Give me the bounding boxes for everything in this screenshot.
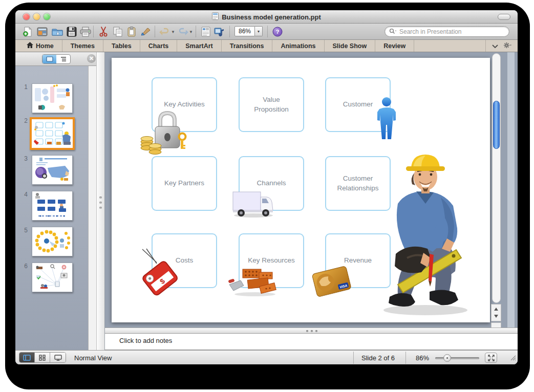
padlock-coins-key-clipart[interactable]	[140, 108, 187, 157]
tab-transitions[interactable]: Transitions	[222, 40, 273, 52]
tab-home[interactable]: Home	[15, 40, 62, 52]
slides-panel: 1 2 3 4	[15, 66, 88, 350]
media-browser-icon[interactable]	[213, 26, 225, 37]
delivery-truck-clipart[interactable]	[232, 190, 276, 221]
scroll-up-icon[interactable]	[494, 308, 498, 311]
notes-splitter[interactable]	[105, 328, 518, 334]
copy-icon[interactable]	[112, 26, 123, 37]
slide-canvas[interactable]: Key Activities Value Proposition Custome…	[112, 58, 490, 322]
status-bar: Normal View Slide 2 of 6 86%	[15, 350, 518, 364]
slide-1-thumbnail[interactable]	[32, 83, 73, 113]
search-input[interactable]	[399, 28, 505, 35]
slide-gallery-icon[interactable]	[36, 26, 48, 37]
toolbar-toggle-pill[interactable]	[498, 14, 510, 20]
undo-menu-caret[interactable]: ▼	[171, 30, 175, 34]
open-icon[interactable]	[51, 26, 63, 37]
zoom-percent-label: 86%	[416, 354, 429, 362]
gear-icon[interactable]	[503, 41, 511, 51]
price-tag-clipart[interactable]: $	[136, 248, 183, 299]
statusbar-separator	[405, 352, 406, 364]
slide-thumbnail-row: 6	[17, 263, 73, 292]
tab-smartart[interactable]: SmartArt	[177, 40, 222, 52]
tab-review[interactable]: Review	[375, 40, 414, 52]
svg-text:?: ?	[275, 29, 279, 35]
tab-themes[interactable]: Themes	[62, 40, 103, 52]
slide-thumbnail-row: 3	[17, 155, 73, 185]
window-title: Business model generation.ppt	[222, 13, 321, 21]
formatting-palette-icon[interactable]	[200, 26, 211, 37]
new-document-icon[interactable]	[22, 26, 33, 37]
close-sidebar-icon[interactable]: ✕	[87, 54, 96, 63]
box-label: Value Proposition	[240, 95, 303, 114]
slide-number: 3	[17, 155, 28, 185]
bricks-trowel-clipart[interactable]	[228, 265, 279, 299]
search-field[interactable]	[385, 26, 509, 37]
vertical-scrollbar-track[interactable]	[492, 53, 501, 303]
scroll-arrow-buttons	[491, 304, 501, 321]
scroll-down-icon[interactable]	[494, 315, 498, 318]
slide-4-thumbnail[interactable]	[32, 191, 73, 221]
collapse-ribbon-icon[interactable]	[492, 41, 498, 51]
box-key-partners[interactable]: Key Partners	[152, 156, 217, 211]
splitter-grip-dots	[306, 330, 317, 332]
cut-icon[interactable]	[97, 26, 109, 37]
zoom-combo-value[interactable]: 86%	[234, 26, 255, 36]
box-label: Customer	[338, 100, 378, 109]
view-mode-label: Normal View	[74, 354, 112, 362]
zoom-slider[interactable]	[435, 357, 479, 359]
slide-sorter-view-button[interactable]	[35, 353, 50, 362]
ribbon-tab-bar: Home Themes Tables Charts SmartArt Trans…	[15, 40, 518, 52]
window-resize-grip[interactable]	[509, 354, 516, 363]
statusbar-separator	[353, 352, 354, 364]
slides-view-toggle[interactable]	[42, 55, 56, 63]
slide-5-thumbnail[interactable]	[32, 227, 73, 256]
tab-slideshow[interactable]: Slide Show	[325, 40, 376, 52]
slide-2-thumbnail-selected[interactable]	[30, 117, 75, 150]
slide-counter: Slide 2 of 6	[361, 354, 395, 362]
paste-icon[interactable]	[125, 26, 137, 37]
sidebar-scrollbar-track[interactable]	[88, 66, 96, 350]
slideshow-view-button[interactable]	[50, 353, 66, 362]
normal-view-button[interactable]	[19, 353, 35, 362]
standard-toolbar: ▼ ▼ 86% ▼ ?	[15, 24, 518, 40]
tab-tables[interactable]: Tables	[103, 40, 140, 52]
tabbar-controls	[485, 40, 518, 52]
search-icon	[389, 27, 397, 36]
redo-menu-caret[interactable]: ▼	[189, 30, 193, 34]
slide-number: 2	[17, 117, 28, 150]
credit-card-clipart[interactable]: VISA	[312, 264, 353, 302]
tab-label: Themes	[71, 42, 95, 50]
slide-3-thumbnail[interactable]	[32, 155, 73, 185]
slide-6-thumbnail[interactable]	[32, 263, 73, 292]
vertical-scrollbar-thumb[interactable]	[493, 101, 500, 149]
slide-thumbnail-row: 2	[17, 117, 75, 150]
outline-view-toggle[interactable]	[56, 55, 70, 63]
box-value-proposition[interactable]: Value Proposition	[239, 77, 304, 132]
format-painter-icon[interactable]	[140, 26, 152, 37]
redo-icon[interactable]	[177, 26, 188, 37]
box-label: Key Partners	[159, 179, 209, 188]
zoom-combo-dropdown[interactable]: ▼	[255, 26, 263, 36]
tab-label: Review	[383, 42, 405, 50]
fit-slide-to-window-button[interactable]	[485, 353, 497, 363]
save-icon[interactable]	[66, 26, 77, 37]
construction-worker-clipart[interactable]	[380, 153, 468, 319]
help-icon[interactable]: ?	[271, 26, 283, 37]
toolbar-separator	[93, 26, 94, 37]
notes-placeholder: Click to add notes	[119, 337, 172, 344]
customer-figure-clipart[interactable]	[374, 97, 399, 143]
toolbar-separator	[229, 26, 230, 37]
print-icon[interactable]	[79, 26, 91, 37]
zoom-slider-thumb[interactable]	[443, 354, 451, 362]
notes-pane[interactable]: Click to add notes	[105, 334, 518, 350]
view-toggle-segmented	[42, 54, 71, 64]
tab-label: SmartArt	[185, 42, 213, 50]
undo-icon[interactable]	[159, 26, 170, 37]
slide-thumbnail-row: 5	[17, 227, 73, 256]
tab-animations[interactable]: Animations	[272, 40, 324, 52]
tab-charts[interactable]: Charts	[140, 40, 178, 52]
view-switcher	[19, 352, 66, 363]
vertical-splitter[interactable]	[96, 52, 105, 350]
powerpoint-window: Business model generation.ppt	[15, 10, 518, 364]
title-container: Business model generation.ppt	[15, 10, 518, 24]
